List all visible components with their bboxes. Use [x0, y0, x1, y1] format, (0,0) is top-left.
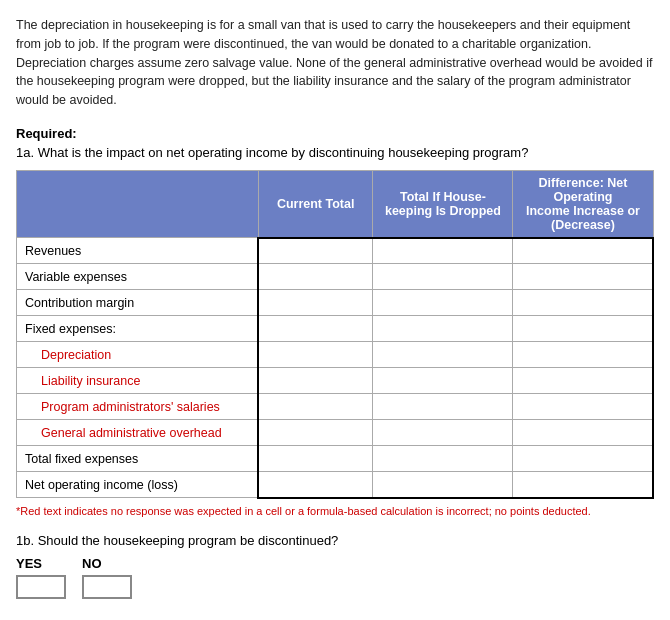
table-row: Total fixed expenses: [17, 446, 654, 472]
answer-cell-difference[interactable]: [513, 420, 653, 446]
table-row: Contribution margin: [17, 290, 654, 316]
row-label-cell: Fixed expenses:: [17, 316, 259, 342]
answer-cell-current[interactable]: [258, 316, 373, 342]
row-label-cell: Liability insurance: [17, 368, 259, 394]
no-input[interactable]: [82, 575, 132, 599]
answer-cell-current[interactable]: [258, 446, 373, 472]
answer-cell-dropped[interactable]: [373, 446, 513, 472]
no-label: NO: [82, 556, 102, 571]
required-label: Required:: [16, 126, 654, 141]
section-1b: 1b. Should the housekeeping program be d…: [16, 533, 654, 599]
answer-cell-difference[interactable]: [513, 290, 653, 316]
answer-cell-current[interactable]: [258, 472, 373, 498]
col1-header: [17, 170, 259, 238]
col3-header-line1: Total If House-: [400, 190, 486, 204]
answer-cell-difference[interactable]: [513, 394, 653, 420]
question-1b: 1b. Should the housekeeping program be d…: [16, 533, 654, 548]
col2-header: Current Total: [258, 170, 373, 238]
row-label-cell: General administrative overhead: [17, 420, 259, 446]
col3-header-line2: keeping Is Dropped: [385, 204, 501, 218]
no-item: NO: [82, 556, 132, 599]
answer-cell-current[interactable]: [258, 264, 373, 290]
yes-no-row: YES NO: [16, 556, 654, 599]
yes-input[interactable]: [16, 575, 66, 599]
question-1a: 1a. What is the impact on net operating …: [16, 145, 654, 160]
answer-cell-difference[interactable]: [513, 446, 653, 472]
col4-header-line1: Difference: Net Operating: [539, 176, 628, 204]
row-label-cell: Total fixed expenses: [17, 446, 259, 472]
row-label-cell: Variable expenses: [17, 264, 259, 290]
table-row: Net operating income (loss): [17, 472, 654, 498]
row-label-cell: Net operating income (loss): [17, 472, 259, 498]
answer-cell-difference[interactable]: [513, 368, 653, 394]
answer-cell-difference[interactable]: [513, 472, 653, 498]
row-label-cell: Contribution margin: [17, 290, 259, 316]
col2-header-text: Current Total: [277, 197, 355, 211]
intro-text: The depreciation in housekeeping is for …: [16, 18, 653, 107]
answer-cell-difference[interactable]: [513, 342, 653, 368]
answer-cell-dropped[interactable]: [373, 394, 513, 420]
table-row: Program administrators' salaries: [17, 394, 654, 420]
table-row: Revenues: [17, 238, 654, 264]
row-label-cell: Depreciation: [17, 342, 259, 368]
answer-cell-current[interactable]: [258, 394, 373, 420]
answer-cell-dropped[interactable]: [373, 316, 513, 342]
yes-label: YES: [16, 556, 42, 571]
answer-cell-dropped[interactable]: [373, 238, 513, 264]
answer-cell-dropped[interactable]: [373, 264, 513, 290]
table-row: Variable expenses: [17, 264, 654, 290]
answer-cell-current[interactable]: [258, 238, 373, 264]
answer-cell-dropped[interactable]: [373, 368, 513, 394]
answer-cell-dropped[interactable]: [373, 420, 513, 446]
answer-cell-current[interactable]: [258, 342, 373, 368]
row-label-cell: Revenues: [17, 238, 259, 264]
answer-cell-difference[interactable]: [513, 238, 653, 264]
table-row: Liability insurance: [17, 368, 654, 394]
row-label-cell: Program administrators' salaries: [17, 394, 259, 420]
table-note: *Red text indicates no response was expe…: [16, 505, 654, 517]
table-row: General administrative overhead: [17, 420, 654, 446]
answer-cell-current[interactable]: [258, 290, 373, 316]
yes-item: YES: [16, 556, 66, 599]
table-row: Fixed expenses:: [17, 316, 654, 342]
answer-cell-difference[interactable]: [513, 316, 653, 342]
col3-header: Total If House- keeping Is Dropped: [373, 170, 513, 238]
col4-header-line2: Income Increase or (Decrease): [526, 204, 640, 232]
answer-cell-current[interactable]: [258, 420, 373, 446]
table-row: Depreciation: [17, 342, 654, 368]
col4-header: Difference: Net Operating Income Increas…: [513, 170, 653, 238]
answer-cell-dropped[interactable]: [373, 290, 513, 316]
answer-cell-current[interactable]: [258, 368, 373, 394]
answer-cell-difference[interactable]: [513, 264, 653, 290]
answer-cell-dropped[interactable]: [373, 342, 513, 368]
answer-cell-dropped[interactable]: [373, 472, 513, 498]
impact-table: Current Total Total If House- keeping Is…: [16, 170, 654, 499]
intro-paragraph: The depreciation in housekeeping is for …: [16, 16, 654, 110]
